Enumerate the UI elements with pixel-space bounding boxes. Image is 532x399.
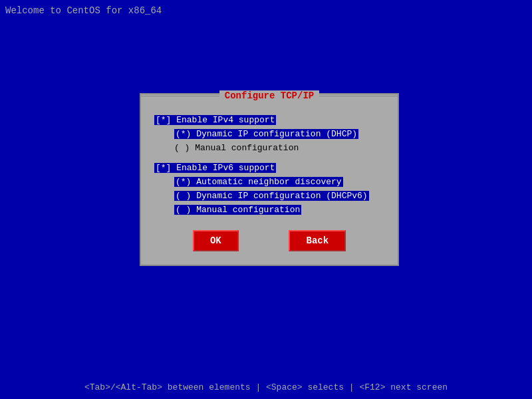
ipv6-sub-options: (*) Automatic neighbor discovery ( ) Dyn… [154,175,384,217]
ok-button[interactable]: OK [193,230,239,251]
ipv6-manual-option[interactable]: ( ) Manual configuration [174,205,301,215]
ipv4-sub-options: (*) Dynamic IP configuration (DHCP) ( ) … [154,127,384,153]
bottom-bar: <Tab>/<Alt-Tab> between elements | <Spac… [0,382,532,392]
buttons-row: OK Back [154,230,384,251]
ipv4-manual-option[interactable]: ( ) Manual configuration [174,143,384,153]
dialog-title: Configure TCP/IP [219,90,319,101]
ipv6-dhcpv6-option[interactable]: ( ) Dynamic IP configuration (DHCPv6) [174,191,369,201]
dialog-content: [*] Enable IPv4 support (*) Dynamic IP c… [141,106,398,265]
configure-tcpip-dialog: Configure TCP/IP [*] Enable IPv4 support… [140,93,399,266]
title-line-left [141,96,219,96]
ipv6-group: [*] Enable IPv6 support (*) Automatic ne… [154,161,384,217]
bottom-bar-text: <Tab>/<Alt-Tab> between elements | <Spac… [84,382,448,392]
dialog-title-bar: Configure TCP/IP [141,88,398,104]
ipv4-dhcp-option[interactable]: (*) Dynamic IP configuration (DHCP) [174,129,358,139]
back-button[interactable]: Back [289,230,346,251]
title-line-right [319,96,398,96]
ipv4-enable-checkbox[interactable]: [*] Enable IPv4 support [154,115,276,125]
ipv6-enable-checkbox[interactable]: [*] Enable IPv6 support [154,163,276,173]
ipv4-group: [*] Enable IPv4 support (*) Dynamic IP c… [154,113,384,153]
welcome-text: Welcome to CentOS for x86_64 [5,5,162,16]
ipv6-auto-option[interactable]: (*) Automatic neighbor discovery [174,177,343,187]
